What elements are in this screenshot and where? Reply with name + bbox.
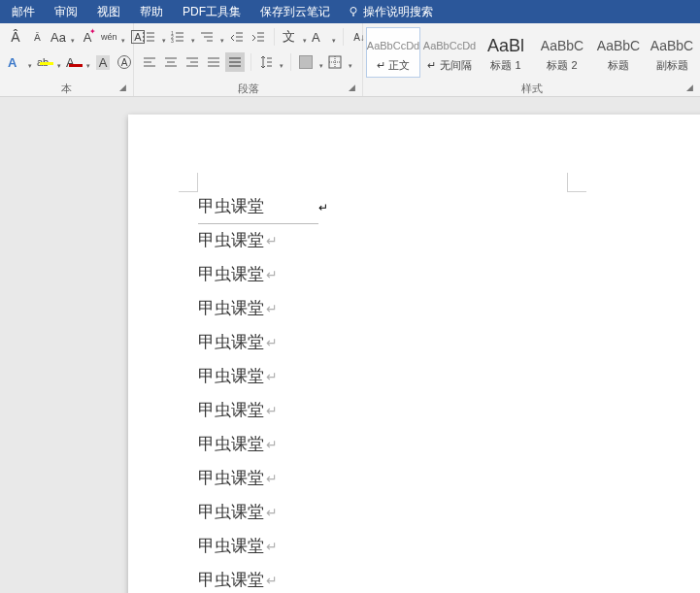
multilevel-icon — [200, 30, 214, 44]
menu-pdf-tools[interactable]: PDF工具集 — [173, 0, 250, 23]
style-no-spacing[interactable]: AaBbCcDd ↵ 无间隔 — [422, 27, 477, 78]
borders-button[interactable]: ▾ — [326, 52, 353, 72]
menu-view[interactable]: 视图 — [87, 0, 130, 23]
align-left-button[interactable] — [140, 52, 159, 72]
phonetic-guide-button[interactable]: wén▾ — [99, 27, 126, 47]
doc-line[interactable]: 甲虫课堂↵ — [198, 530, 328, 564]
style-normal[interactable]: AaBbCcDd ↵ 正文 — [366, 27, 420, 78]
style-title[interactable]: AaBbC 标题 — [591, 27, 646, 78]
align-center-button[interactable] — [161, 52, 181, 72]
style-name: ↵ 正文 — [367, 58, 419, 72]
styles-group-label: 样式 — [363, 81, 700, 96]
styles-group: AaBbCcDd ↵ 正文 AaBbCcDd ↵ 无间隔 AaBl 标题 1 A… — [363, 23, 700, 96]
menu-save-cloud[interactable]: 保存到云笔记 — [250, 0, 340, 23]
style-preview: AaBbCcDd — [367, 33, 419, 58]
margin-corner-left — [179, 173, 198, 192]
grow-font-button[interactable]: Â — [6, 27, 25, 47]
enclose-char-button[interactable]: A — [115, 52, 134, 72]
menu-help[interactable]: 帮助 — [130, 0, 173, 23]
paragraph-mark-icon: ↵ — [266, 370, 278, 384]
font-group-label: 本 — [0, 81, 133, 96]
paragraph-mark-icon: ↵ — [266, 438, 278, 452]
margin-corner-right — [567, 173, 586, 192]
paragraph-group-label: 段落 — [134, 81, 362, 96]
style-preview: AaBbC — [592, 33, 645, 58]
justify-icon — [207, 55, 220, 69]
text-direction-button[interactable]: 文▾ — [281, 27, 308, 47]
svg-text:3: 3 — [171, 38, 174, 44]
style-preview: AaBbC — [536, 33, 588, 58]
text-effects-button[interactable]: A▾ — [6, 52, 33, 72]
menu-bar: 邮件 审阅 视图 帮助 PDF工具集 保存到云笔记 操作说明搜索 — [0, 0, 700, 23]
font-color-button[interactable]: A▾ — [64, 52, 91, 72]
svg-point-0 — [350, 8, 356, 14]
doc-line[interactable]: 甲虫课堂↵ — [198, 224, 328, 258]
style-heading-1[interactable]: AaBl 标题 1 — [479, 27, 533, 78]
font-group: Â Ǎ Aa▾ A✦ wén▾ A A▾ ab▾ A▾ A A 本 ◢ — [0, 23, 134, 96]
paragraph-mark-icon: ↵ — [266, 268, 278, 282]
increase-indent-button[interactable] — [249, 27, 268, 47]
svg-point-5 — [143, 36, 145, 38]
shading-button[interactable]: ▾ — [297, 52, 324, 72]
menu-mail[interactable]: 邮件 — [2, 0, 45, 23]
align-center-icon — [164, 55, 178, 69]
justify-button[interactable] — [204, 52, 223, 72]
style-name: 副标题 — [649, 58, 695, 72]
align-right-button[interactable] — [183, 52, 202, 72]
style-preview: AaBbCcDd — [423, 33, 476, 58]
paragraph-mark-icon: ↵ — [266, 234, 278, 248]
line-spacing-button[interactable]: ▾ — [257, 52, 284, 72]
outdent-icon — [230, 30, 244, 44]
document-workspace[interactable]: 甲虫课堂↵ 甲虫课堂↵ 甲虫课堂↵ 甲虫课堂↵ 甲虫课堂↵ 甲虫课堂↵ 甲虫课堂… — [0, 97, 700, 593]
tell-me-label: 操作说明搜索 — [363, 4, 433, 20]
paragraph-dialog-launcher[interactable]: ◢ — [349, 82, 360, 94]
doc-line[interactable]: 甲虫课堂↵ — [198, 394, 328, 428]
align-text-button[interactable]: A▾ — [310, 27, 337, 47]
indent-icon — [251, 30, 265, 44]
page[interactable]: 甲虫课堂↵ 甲虫课堂↵ 甲虫课堂↵ 甲虫课堂↵ 甲虫课堂↵ 甲虫课堂↵ 甲虫课堂… — [128, 115, 700, 593]
doc-line[interactable]: 甲虫课堂↵ — [198, 326, 328, 360]
doc-line[interactable]: 甲虫课堂↵ — [198, 564, 328, 593]
shrink-font-button[interactable]: Ǎ — [27, 27, 47, 47]
doc-line[interactable]: 甲虫课堂↵ — [198, 496, 328, 530]
style-subtitle[interactable]: AaBbC 副标题 — [648, 27, 696, 78]
paragraph-group: ▾ 123▾ ▾ 文▾ A▾ A↓ ¶ — [134, 23, 363, 96]
multilevel-list-button[interactable]: ▾ — [198, 27, 225, 47]
doc-line[interactable]: 甲虫课堂↵ — [198, 462, 328, 496]
align-right-icon — [185, 55, 199, 69]
menu-review[interactable]: 审阅 — [45, 0, 87, 23]
paragraph-mark-icon: ↵ — [318, 201, 328, 214]
svg-point-7 — [143, 40, 145, 42]
distribute-icon — [228, 55, 242, 69]
paragraph-mark-icon: ↵ — [266, 574, 278, 588]
font-dialog-launcher[interactable]: ◢ — [119, 82, 131, 94]
numbering-button[interactable]: 123▾ — [169, 27, 196, 47]
style-gallery: AaBbCcDd ↵ 正文 AaBbCcDd ↵ 无间隔 AaBl 标题 1 A… — [365, 25, 697, 78]
ribbon: Â Ǎ Aa▾ A✦ wén▾ A A▾ ab▾ A▾ A A 本 ◢ — [0, 23, 700, 97]
style-preview: AaBbC — [649, 33, 695, 58]
page-content[interactable]: 甲虫课堂↵ 甲虫课堂↵ 甲虫课堂↵ 甲虫课堂↵ 甲虫课堂↵ 甲虫课堂↵ 甲虫课堂… — [198, 190, 328, 593]
doc-line[interactable]: 甲虫课堂↵ — [198, 190, 328, 224]
borders-icon — [328, 55, 342, 69]
styles-dialog-launcher[interactable]: ◢ — [686, 82, 698, 94]
change-case-button[interactable]: Aa▾ — [49, 27, 76, 47]
paragraph-mark-icon: ↵ — [266, 336, 278, 350]
doc-line[interactable]: 甲虫课堂↵ — [198, 428, 328, 462]
doc-line[interactable]: 甲虫课堂↵ — [198, 258, 328, 292]
tell-me-search[interactable]: 操作说明搜索 — [340, 4, 441, 20]
style-heading-2[interactable]: AaBbC 标题 2 — [535, 27, 589, 78]
bullets-icon — [142, 30, 155, 44]
clear-formatting-button[interactable]: A✦ — [78, 27, 97, 47]
doc-line[interactable]: 甲虫课堂↵ — [198, 360, 328, 394]
decrease-indent-button[interactable] — [227, 27, 247, 47]
style-name: 标题 2 — [536, 58, 588, 72]
lightbulb-icon — [348, 6, 359, 17]
style-name: 标题 1 — [480, 58, 532, 72]
align-left-icon — [143, 55, 156, 69]
doc-line[interactable]: 甲虫课堂↵ — [198, 292, 328, 326]
highlight-button[interactable]: ab▾ — [35, 52, 62, 72]
distribute-button[interactable] — [225, 52, 245, 72]
paragraph-mark-icon: ↵ — [266, 302, 278, 316]
char-shading-button[interactable]: A — [93, 52, 113, 72]
bullets-button[interactable]: ▾ — [140, 27, 167, 47]
